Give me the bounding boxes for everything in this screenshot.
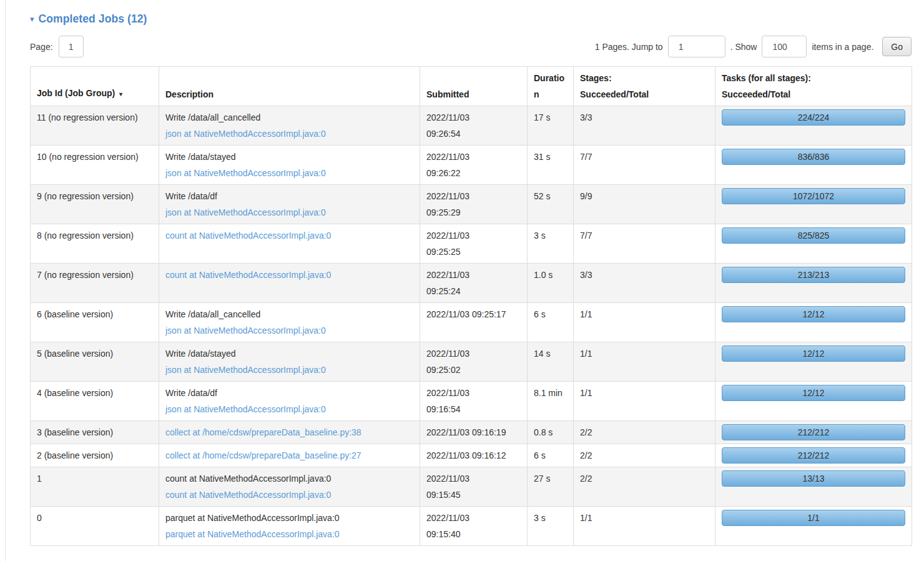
duration-cell: 6 s bbox=[528, 303, 574, 342]
tasks-progress-bar: 12/12 bbox=[722, 306, 905, 322]
submitted-cell: 2022/11/03 09:15:45 bbox=[420, 467, 528, 507]
description-cell: Write /data/all_cancelled json at Native… bbox=[159, 106, 420, 146]
description-cell: Write /data/df json at NativeMethodAcces… bbox=[159, 382, 420, 421]
job-id-cell: 9 (no regression version) bbox=[31, 185, 159, 224]
description-link[interactable]: json at NativeMethodAccessorImpl.java:0 bbox=[165, 165, 413, 181]
description-link[interactable]: count at NativeMethodAccessorImpl.java:0 bbox=[165, 227, 413, 244]
section-title: Completed Jobs (12) bbox=[39, 12, 147, 26]
description-link[interactable]: count at NativeMethodAccessorImpl.java:0 bbox=[165, 267, 413, 283]
job-id-cell: 0 bbox=[31, 507, 159, 546]
description-link[interactable]: json at NativeMethodAccessorImpl.java:0 bbox=[165, 401, 413, 417]
page-edge-divider bbox=[5, 0, 6, 561]
description-cell: Write /data/stayed json at NativeMethodA… bbox=[159, 342, 420, 382]
description-link[interactable]: json at NativeMethodAccessorImpl.java:0 bbox=[165, 362, 413, 378]
tasks-progress-bar: 224/224 bbox=[722, 109, 905, 126]
description-link[interactable]: collect at /home/cdsw/prepareData_baseli… bbox=[165, 424, 413, 440]
header-submitted[interactable]: Submitted bbox=[420, 67, 528, 106]
job-id-cell: 8 (no regression version) bbox=[31, 224, 159, 264]
duration-cell: 27 s bbox=[528, 467, 574, 507]
header-description[interactable]: Description bbox=[159, 67, 420, 106]
job-id-cell: 1 bbox=[31, 467, 159, 507]
stages-cell: 3/3 bbox=[574, 264, 715, 303]
job-id-cell: 7 (no regression version) bbox=[31, 264, 159, 303]
completed-jobs-section: ▾ Completed Jobs (12) Page: 1 Pages. Jum… bbox=[0, 0, 912, 546]
description-text: Write /data/all_cancelled bbox=[165, 109, 413, 126]
tasks-cell: 1/1 bbox=[715, 507, 912, 546]
stages-cell: 1/1 bbox=[574, 382, 715, 421]
duration-cell: 3 s bbox=[528, 224, 574, 264]
stages-cell: 1/1 bbox=[574, 507, 715, 546]
items-per-page-input[interactable] bbox=[762, 36, 807, 57]
description-cell: collect at /home/cdsw/prepareData_baseli… bbox=[159, 444, 420, 467]
go-button[interactable]: Go bbox=[882, 37, 912, 56]
table-row: 2 (baseline version) collect at /home/cd… bbox=[31, 444, 912, 467]
submitted-cell: 2022/11/03 09:25:17 bbox=[420, 303, 528, 342]
duration-cell: 17 s bbox=[528, 106, 574, 146]
description-cell: Write /data/stayed json at NativeMethodA… bbox=[159, 146, 420, 185]
tasks-cell: 212/212 bbox=[715, 421, 912, 444]
pages-count-text: 1 Pages. Jump to bbox=[595, 42, 663, 52]
page-number-input[interactable] bbox=[59, 36, 84, 57]
jump-to-page-input[interactable] bbox=[668, 36, 725, 57]
submitted-cell: 2022/11/03 09:16:54 bbox=[420, 382, 528, 421]
description-link[interactable]: parquet at NativeMethodAccessorImpl.java… bbox=[165, 526, 413, 542]
completed-jobs-toggle[interactable]: ▾ Completed Jobs (12) bbox=[30, 12, 899, 26]
description-text: Write /data/df bbox=[165, 385, 413, 401]
description-cell: collect at /home/cdsw/prepareData_baseli… bbox=[159, 421, 420, 444]
tasks-progress-bar: 825/825 bbox=[722, 227, 905, 244]
stages-cell: 7/7 bbox=[574, 224, 715, 264]
page-label: Page: bbox=[30, 42, 53, 52]
header-tasks[interactable]: Tasks (for all stages): Succeeded/Total bbox=[715, 67, 912, 106]
sort-desc-icon: ▾ bbox=[119, 91, 122, 97]
tasks-progress-bar: 213/213 bbox=[722, 267, 905, 283]
table-row: 11 (no regression version) Write /data/a… bbox=[31, 106, 912, 146]
description-link[interactable]: json at NativeMethodAccessorImpl.java:0 bbox=[165, 126, 413, 142]
duration-cell: 3 s bbox=[528, 507, 574, 546]
header-duration[interactable]: Duration bbox=[528, 67, 574, 106]
job-id-cell: 3 (baseline version) bbox=[31, 421, 159, 444]
table-row: 7 (no regression version) count at Nativ… bbox=[31, 264, 912, 303]
table-row: 3 (baseline version) collect at /home/cd… bbox=[31, 421, 912, 444]
submitted-cell: 2022/11/03 09:25:02 bbox=[420, 342, 528, 382]
tasks-cell: 12/12 bbox=[715, 382, 912, 421]
table-header-row: Job Id (Job Group) ▾ Description Submitt… bbox=[31, 67, 912, 106]
submitted-cell: 2022/11/03 09:16:19 bbox=[420, 421, 528, 444]
description-text: Write /data/df bbox=[165, 188, 413, 204]
tasks-cell: 12/12 bbox=[715, 303, 912, 342]
table-row: 8 (no regression version) count at Nativ… bbox=[31, 224, 912, 264]
show-text: . Show bbox=[730, 42, 757, 52]
completed-jobs-table: Job Id (Job Group) ▾ Description Submitt… bbox=[30, 66, 912, 546]
description-text: Write /data/all_cancelled bbox=[165, 306, 413, 322]
tasks-progress-bar: 1/1 bbox=[722, 510, 905, 526]
tasks-cell: 212/212 bbox=[715, 444, 912, 467]
table-row: 5 (baseline version) Write /data/stayed … bbox=[31, 342, 912, 382]
job-id-cell: 6 (baseline version) bbox=[31, 303, 159, 342]
job-id-cell: 2 (baseline version) bbox=[31, 444, 159, 467]
tasks-cell: 224/224 bbox=[715, 106, 912, 146]
tasks-progress-bar: 1072/1072 bbox=[722, 188, 905, 204]
table-row: 10 (no regression version) Write /data/s… bbox=[31, 146, 912, 185]
description-link[interactable]: json at NativeMethodAccessorImpl.java:0 bbox=[165, 204, 413, 221]
duration-cell: 1.0 s bbox=[528, 264, 574, 303]
submitted-cell: 2022/11/03 09:25:24 bbox=[420, 264, 528, 303]
tasks-progress-bar: 13/13 bbox=[722, 470, 905, 487]
submitted-cell: 2022/11/03 09:16:12 bbox=[420, 444, 528, 467]
submitted-cell: 2022/11/03 09:25:25 bbox=[420, 224, 528, 264]
description-link[interactable]: count at NativeMethodAccessorImpl.java:0 bbox=[165, 487, 413, 503]
tasks-cell: 836/836 bbox=[715, 146, 912, 185]
duration-cell: 0.8 s bbox=[528, 421, 574, 444]
tasks-progress-bar: 12/12 bbox=[722, 345, 905, 362]
table-row: 0 parquet at NativeMethodAccessorImpl.ja… bbox=[31, 507, 912, 546]
header-stages[interactable]: Stages: Succeeded/Total bbox=[574, 67, 715, 106]
tasks-progress-bar: 212/212 bbox=[722, 447, 905, 464]
submitted-cell: 2022/11/03 09:26:22 bbox=[420, 146, 528, 185]
description-text: Write /data/stayed bbox=[165, 345, 413, 362]
description-link[interactable]: collect at /home/cdsw/prepareData_baseli… bbox=[165, 447, 413, 464]
job-id-cell: 11 (no regression version) bbox=[31, 106, 159, 146]
tasks-cell: 213/213 bbox=[715, 264, 912, 303]
description-cell: Write /data/df json at NativeMethodAcces… bbox=[159, 185, 420, 224]
description-link[interactable]: json at NativeMethodAccessorImpl.java:0 bbox=[165, 322, 413, 339]
description-cell: count at NativeMethodAccessorImpl.java:0… bbox=[159, 467, 420, 507]
table-row: 6 (baseline version) Write /data/all_can… bbox=[31, 303, 912, 342]
header-job-id[interactable]: Job Id (Job Group) ▾ bbox=[31, 67, 159, 106]
